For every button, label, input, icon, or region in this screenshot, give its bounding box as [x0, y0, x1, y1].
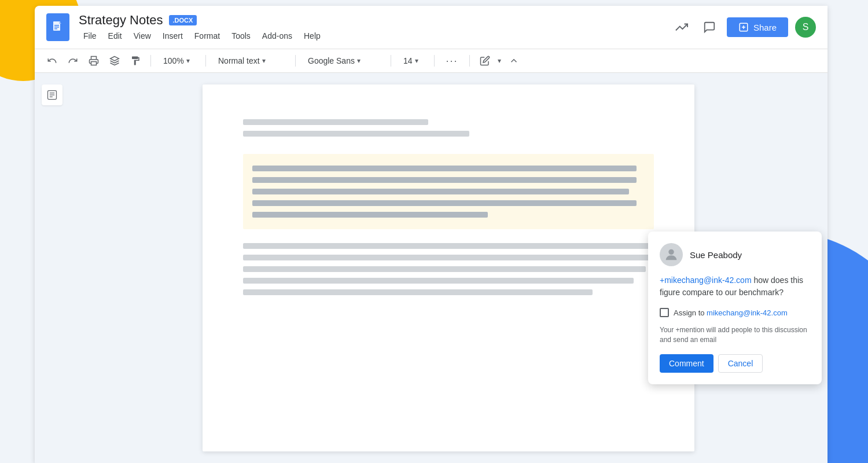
docx-badge: .DOCX	[169, 15, 197, 25]
edit-mode-button[interactable]	[477, 53, 493, 69]
comment-header: Sue Peabody	[660, 243, 810, 266]
highlight-line-2	[252, 177, 637, 183]
menu-bar: File Edit View Insert Format Tools Add-o…	[79, 30, 325, 42]
share-label: Share	[753, 23, 777, 32]
zoom-arrow: ▾	[186, 57, 190, 65]
font-size-arrow: ▾	[415, 57, 418, 65]
highlighted-section	[243, 154, 654, 229]
share-button[interactable]: Share	[727, 17, 788, 37]
outline-icon-button[interactable]	[42, 84, 62, 105]
edit-mode-arrow[interactable]: ▾	[498, 57, 501, 65]
highlight-line-5	[252, 212, 488, 218]
toolbar-divider-5	[434, 55, 435, 67]
text-line-4	[243, 255, 650, 260]
font-size-selector[interactable]: 14 ▾	[398, 53, 427, 68]
content-after-highlight	[243, 243, 654, 295]
menu-insert[interactable]: Insert	[158, 30, 187, 42]
highlight-line-4	[252, 200, 637, 206]
style-selector[interactable]: Normal text ▾	[213, 53, 288, 68]
menu-tools[interactable]: Tools	[227, 30, 255, 42]
redo-button[interactable]	[65, 53, 81, 69]
menu-edit[interactable]: Edit	[104, 30, 127, 42]
assign-email: mikechang@ink-42.com	[707, 308, 788, 317]
user-avatar[interactable]: S	[795, 17, 816, 38]
commenter-name: Sue Peabody	[690, 250, 742, 260]
mention-notice: Your +mention will add people to this di…	[660, 325, 810, 345]
svg-rect-7	[91, 62, 97, 65]
menu-file[interactable]: File	[79, 30, 101, 42]
text-line-6	[243, 278, 634, 284]
text-line-5	[243, 266, 646, 272]
font-value: Google Sans	[308, 56, 355, 65]
commenter-avatar	[660, 243, 683, 266]
header-title-area: Strategy Notes .DOCX File Edit View Inse…	[79, 13, 325, 42]
zoom-value: 100%	[163, 56, 184, 65]
toolbar: 100% ▾ Normal text ▾ Google Sans ▾ 14 ▾ …	[35, 49, 827, 73]
header-actions: Share S	[671, 17, 816, 38]
toolbar-divider-6	[469, 55, 470, 67]
font-selector[interactable]: Google Sans ▾	[303, 53, 384, 68]
zoom-selector[interactable]: 100% ▾	[158, 53, 198, 68]
toolbar-divider-3	[295, 55, 296, 67]
doc-title-row: Strategy Notes .DOCX	[79, 13, 325, 28]
paint-format-button[interactable]	[127, 53, 144, 69]
trending-icon-button[interactable]	[671, 17, 692, 38]
comment-mention: +mikechang@ink-42.com	[660, 275, 752, 285]
comment-actions: Comment Cancel	[660, 354, 810, 373]
more-options-button[interactable]: ···	[442, 53, 462, 69]
text-line-2	[243, 131, 469, 137]
style-arrow: ▾	[262, 57, 266, 65]
highlight-line-3	[252, 189, 629, 194]
svg-rect-1	[54, 25, 59, 26]
undo-button[interactable]	[44, 53, 60, 69]
menu-addons[interactable]: Add-ons	[258, 30, 297, 42]
comment-body: +mikechang@ink-42.com how does this figu…	[660, 274, 810, 299]
doc-title: Strategy Notes	[79, 13, 163, 28]
comment-cancel-button[interactable]: Cancel	[718, 354, 763, 373]
docs-app-icon	[46, 13, 69, 41]
svg-rect-2	[54, 27, 59, 28]
text-line-7	[243, 289, 593, 295]
text-line-1	[243, 119, 428, 125]
header: Strategy Notes .DOCX File Edit View Inse…	[35, 6, 827, 49]
assign-checkbox[interactable]	[660, 308, 669, 317]
svg-point-12	[668, 249, 674, 255]
style-value: Normal text	[218, 56, 260, 65]
assign-label: Assign to mikechang@ink-42.com	[674, 308, 788, 317]
highlight-line-1	[252, 166, 637, 171]
assign-row: Assign to mikechang@ink-42.com	[660, 308, 810, 317]
menu-help[interactable]: Help	[299, 30, 325, 42]
comment-submit-button[interactable]: Comment	[660, 354, 713, 373]
toolbar-divider-4	[391, 55, 391, 67]
toolbar-divider-2	[205, 55, 206, 67]
comment-icon-button[interactable]	[699, 17, 720, 38]
font-arrow: ▾	[357, 57, 361, 65]
text-line-3	[243, 243, 650, 249]
collapse-button[interactable]	[506, 53, 522, 69]
toolbar-divider-1	[150, 55, 151, 67]
print-button[interactable]	[86, 53, 102, 69]
menu-format[interactable]: Format	[190, 30, 225, 42]
comment-panel: Sue Peabody +mikechang@ink-42.com how do…	[648, 232, 822, 384]
spell-check-button[interactable]	[106, 53, 123, 69]
svg-rect-3	[54, 28, 57, 30]
font-size-value: 14	[403, 56, 413, 65]
sidebar-left	[35, 73, 69, 463]
menu-view[interactable]: View	[129, 30, 156, 42]
doc-page	[203, 84, 694, 451]
